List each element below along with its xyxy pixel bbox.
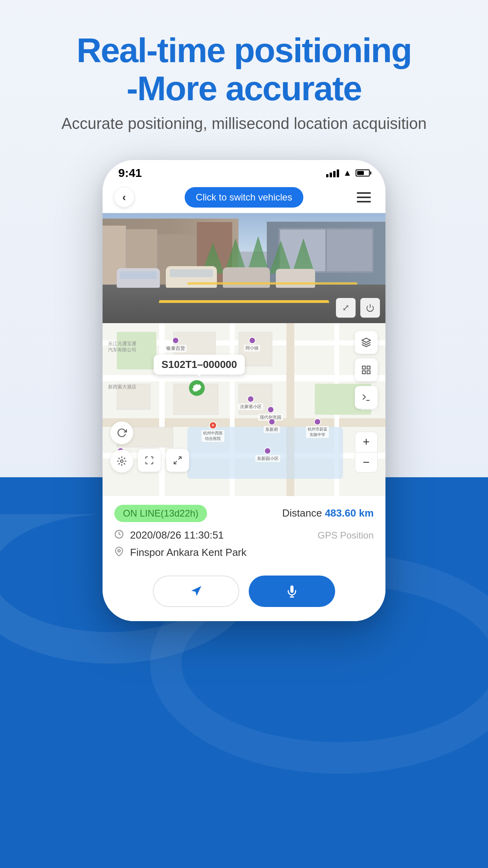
svg-rect-2 (362, 366, 365, 369)
signal-icon (326, 169, 339, 177)
hero-section: Real-time positioning -More accurate Acc… (38, 31, 450, 132)
datetime-row: 2020/08/26 11:30:51 GPS Position (114, 529, 374, 542)
street-view-controls: ⤢ (336, 298, 380, 318)
switch-vehicles-button[interactable]: Click to switch vehicles (185, 187, 303, 208)
mic-button[interactable] (249, 576, 335, 607)
map-background: 银泰百货 阿小镇 次家巷小区 现代创意园 + (103, 323, 385, 496)
street-view: ⤢ (103, 213, 385, 323)
phone-frame: 9:41 ▲ ‹ (103, 160, 385, 621)
location-row: Finspor Ankara Kent Park (114, 546, 374, 559)
vehicle-callout: S102T1–000000 (154, 355, 245, 375)
nav-bar: ‹ Click to switch vehicles (103, 182, 385, 213)
distance-value: 483.60 km (325, 507, 374, 519)
clock-icon (114, 529, 124, 542)
poi-marker-hospital: + 杭州中西医结合医院 (202, 421, 224, 442)
status-icons: ▲ (326, 168, 370, 178)
svg-line-9 (174, 461, 177, 464)
page-wrapper: Real-time positioning -More accurate Acc… (0, 0, 488, 621)
hero-subtitle: Accurate positioning, millisecond locati… (61, 115, 426, 132)
map-area[interactable]: 银泰百货 阿小镇 次家巷小区 现代创意园 + (103, 323, 385, 496)
wifi-icon: ▲ (343, 168, 352, 178)
location-name: Finspor Ankara Kent Park (130, 546, 246, 559)
online-status-badge: ON LINE(13d22h) (114, 505, 207, 522)
zoom-in-button[interactable]: + (355, 432, 378, 452)
svg-marker-1 (362, 338, 371, 342)
map-left-controls (110, 421, 133, 473)
svg-rect-5 (367, 371, 370, 374)
poi-marker-1: 银泰百货 (165, 337, 187, 352)
poi-marker-2: 阿小镇 (244, 337, 260, 351)
navigate-button[interactable] (153, 576, 239, 607)
fullscreen-button[interactable] (138, 449, 161, 472)
power-button[interactable] (360, 298, 380, 318)
zoom-out-button[interactable]: − (355, 452, 378, 473)
poi-marker-9: 东新园小区 (255, 447, 280, 462)
svg-rect-4 (362, 371, 365, 374)
datetime-text: 2020/08/26 11:30:51 (130, 529, 224, 541)
status-row: ON LINE(13d22h) Distance 483.60 km (114, 505, 374, 522)
back-button[interactable]: ‹ (114, 188, 134, 207)
map-right-controls (355, 331, 378, 409)
distance-info: Distance 483.60 km (282, 507, 374, 519)
expand-button[interactable]: ⤢ (336, 298, 356, 318)
locate-button[interactable] (110, 450, 133, 473)
status-bar: 9:41 ▲ (103, 160, 385, 182)
route-button[interactable] (355, 359, 378, 381)
hero-title: Real-time positioning -More accurate (61, 31, 426, 108)
svg-point-7 (121, 460, 123, 462)
svg-marker-12 (191, 586, 201, 596)
map-label-left: 乐江元通宝通 汽车有限公司 (108, 340, 136, 354)
svg-rect-3 (367, 366, 370, 369)
refresh-button[interactable] (110, 421, 133, 444)
gps-position-label: GPS Position (317, 530, 374, 541)
poi-marker-6: 杭州市蔚蓝实验中学 (306, 418, 329, 438)
zoom-controls: + − (355, 432, 378, 473)
phone-mockup: 9:41 ▲ ‹ (103, 160, 385, 621)
svg-line-8 (178, 457, 181, 460)
map-frame-controls (138, 449, 189, 472)
location-icon (114, 546, 124, 559)
layers-button[interactable] (355, 331, 378, 354)
hero-title-line1: Real-time positioning (77, 31, 412, 70)
status-time: 9:41 (118, 166, 142, 180)
menu-button[interactable] (354, 188, 374, 207)
svg-point-11 (118, 550, 120, 552)
street-cars (117, 266, 315, 288)
road-line (187, 282, 357, 285)
crop-button[interactable] (166, 449, 189, 472)
poi-marker-5: 东新府 (264, 418, 280, 433)
terminal-button[interactable] (355, 386, 378, 409)
map-label-left2: 新西索大酒店 (108, 384, 136, 390)
battery-icon (356, 169, 370, 177)
hero-title-line2: -More accurate (127, 69, 361, 108)
info-panel: ON LINE(13d22h) Distance 483.60 km (103, 496, 385, 567)
action-bar (103, 567, 385, 621)
